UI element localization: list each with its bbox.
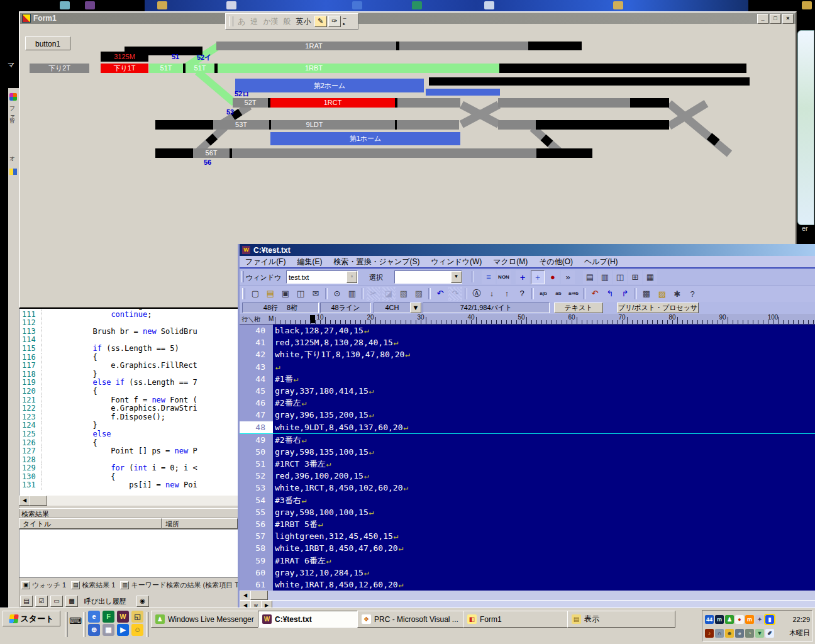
close-button[interactable]: ×	[782, 14, 794, 24]
record-macro-icon[interactable]: ●	[546, 270, 560, 284]
column-place[interactable]: 場所	[162, 518, 238, 529]
print-icon[interactable]: ▥	[345, 287, 359, 301]
menu-item[interactable]: 検索・置換・ジャンプ(S)	[328, 257, 425, 267]
jump-mark-icon[interactable]: ↰	[603, 287, 617, 301]
column-title[interactable]: タイトル	[19, 518, 162, 529]
editor-horizontal-scrollbar[interactable]: ◀	[240, 591, 815, 600]
maximize-button[interactable]: □	[770, 14, 781, 24]
tray-icon[interactable]: ∩	[715, 629, 724, 638]
window-combo[interactable]: ▫	[286, 270, 358, 284]
taskbar-grip[interactable]	[65, 612, 68, 637]
select-combo[interactable]: ▼	[394, 270, 462, 284]
undo-icon[interactable]: ↶	[433, 287, 447, 301]
paste-find-icon[interactable]: ▧	[397, 287, 411, 301]
search-up-icon[interactable]: ↑	[500, 287, 514, 301]
copy-files-icon[interactable]: ◫	[294, 287, 308, 301]
vs-tab-検索結果1[interactable]: ▤検索結果 1	[71, 580, 115, 590]
save-icon[interactable]: ▣	[279, 287, 292, 301]
tray-icon[interactable]: m	[745, 615, 754, 624]
open-folder-config-icon[interactable]: ▨	[655, 287, 669, 301]
editor-text-area[interactable]: 40black,128,27,40,15↵41red,3125M,8,130,2…	[240, 325, 815, 591]
non-wrap-button[interactable]: NON	[497, 270, 511, 284]
start-button[interactable]: スタート	[3, 611, 60, 626]
toolbar-grip[interactable]	[242, 288, 245, 299]
more-tools-icon[interactable]: »	[561, 270, 575, 284]
ime-mode-item[interactable]: 般	[284, 17, 291, 26]
scrollbar-thumb[interactable]	[250, 591, 268, 600]
scroll-left-icon[interactable]: ◀	[19, 496, 30, 506]
layout-all-icon[interactable]: ▦	[643, 270, 657, 284]
menu-item[interactable]: 編集(E)	[291, 257, 328, 267]
tray-icon[interactable]: ♟	[725, 615, 734, 624]
folder-go-icon[interactable]: ◱	[131, 611, 143, 623]
desktop-icon[interactable]	[352, 1, 362, 9]
keyboard-icon[interactable]: ⌨	[69, 616, 82, 626]
plus-bold-icon[interactable]: ＋	[516, 270, 529, 284]
send-mail-icon[interactable]: ✉	[309, 287, 323, 301]
tray-icon[interactable]: ◔	[745, 629, 754, 638]
help-icon[interactable]: ?	[685, 287, 699, 301]
menu-item[interactable]: ファイル(F)	[240, 257, 291, 267]
vs-tool-icon[interactable]: ▤	[20, 596, 33, 607]
taskbar-button[interactable]: WC:¥test.txt	[258, 611, 362, 628]
open-file-icon[interactable]: ▤	[263, 287, 277, 301]
call-history-tab[interactable]: 呼び出し履歴	[84, 597, 126, 606]
paste-icon[interactable]: ▨	[412, 287, 426, 301]
layout-hsplit-icon[interactable]: ▤	[583, 270, 597, 284]
tray-icon[interactable]: ✐	[765, 629, 774, 638]
hidemaru-icon[interactable]: W	[117, 611, 129, 623]
desktop-icon[interactable]	[157, 1, 167, 9]
ime-mode-item[interactable]: か漢	[263, 17, 278, 26]
tray-icon[interactable]: 44	[705, 615, 714, 624]
chevron-down-icon[interactable]: ▼	[451, 271, 462, 283]
menu-item[interactable]: ウィンドウ(W)	[426, 257, 488, 267]
scroll-left-icon[interactable]: ◀	[240, 591, 251, 601]
desktop-icon[interactable]	[85, 1, 95, 9]
jump-next-icon[interactable]: ↱	[618, 287, 632, 301]
media-player-icon[interactable]: ▶	[117, 624, 129, 636]
layout-grid-icon[interactable]: ⊞	[628, 270, 642, 284]
editor-title-bar[interactable]: W C:¥test.txt	[240, 244, 815, 256]
taskbar-button[interactable]: ◧Form1	[463, 611, 572, 628]
tray-icon[interactable]: ✦	[755, 615, 764, 624]
desktop-icon[interactable]	[613, 1, 623, 9]
ime-mode-item[interactable]: あ	[238, 17, 245, 26]
vs-tab-キーワード検索の結果(検索項目Ty[interactable]: ▥キーワード検索の結果 (検索項目 Ty	[120, 580, 241, 590]
tab-ruler-icon[interactable]: ≡	[482, 270, 496, 284]
desktop-icon[interactable]	[802, 1, 812, 9]
tray-icon[interactable]: ♪	[705, 629, 714, 638]
replace-grid-icon[interactable]: ab	[552, 287, 565, 301]
vs-tool-icon[interactable]: ▭	[50, 596, 63, 607]
taskbar-grip[interactable]	[83, 612, 86, 637]
tray-icon[interactable]: ●	[735, 615, 744, 624]
search-down-icon[interactable]: ↓	[485, 287, 499, 301]
ime-expand-icon[interactable]: ▸	[343, 21, 347, 26]
plus-thin-icon[interactable]: ＋	[531, 270, 545, 284]
window-cascade-icon[interactable]: ▩	[640, 287, 653, 301]
tray-icon[interactable]: ▮	[765, 615, 774, 624]
taskbar-button[interactable]: ❖PRC - Microsoft Visual ...	[357, 611, 468, 628]
vs-docked-toolbars[interactable]: ファ皆オ	[8, 88, 19, 608]
vs-tab-ウォッチ1[interactable]: ▣ウォッチ 1	[21, 580, 66, 590]
select-combo-input[interactable]	[395, 274, 451, 281]
vs-tool-icon[interactable]: ☑	[35, 596, 48, 607]
tray-icon[interactable]: ◕	[735, 629, 744, 638]
taskbar-button[interactable]: ▤表示	[567, 611, 675, 628]
vs-horizontal-scrollbar[interactable]: ◀	[19, 496, 238, 506]
tray-icon[interactable]: ☻	[725, 629, 734, 638]
menu-item[interactable]: マクロ(M)	[487, 257, 533, 267]
vs-code-editor[interactable]: 110 if (ss.Length < 5)111 continue;11211…	[19, 306, 239, 497]
toolbar-grip[interactable]	[241, 271, 244, 282]
window-combo-button[interactable]: ▫	[347, 271, 357, 283]
ime-mode-item[interactable]: 英小	[296, 17, 311, 26]
hand-icon[interactable]: ◉	[136, 596, 149, 607]
vs-strip-icon[interactable]	[9, 169, 17, 175]
status-processor-button[interactable]: プリ/ポスト・プロセッサなし	[617, 303, 699, 313]
scrollbar-thumb[interactable]	[30, 496, 47, 506]
ime-minimize-icon[interactable]: ─	[343, 16, 347, 21]
ie-icon[interactable]: e	[88, 611, 100, 623]
jump-back-icon[interactable]: ↶	[588, 287, 602, 301]
minimize-button[interactable]: _	[757, 14, 768, 24]
find-file-icon[interactable]: ⊙	[330, 287, 344, 301]
menu-item[interactable]: ヘルプ(H)	[579, 257, 624, 267]
